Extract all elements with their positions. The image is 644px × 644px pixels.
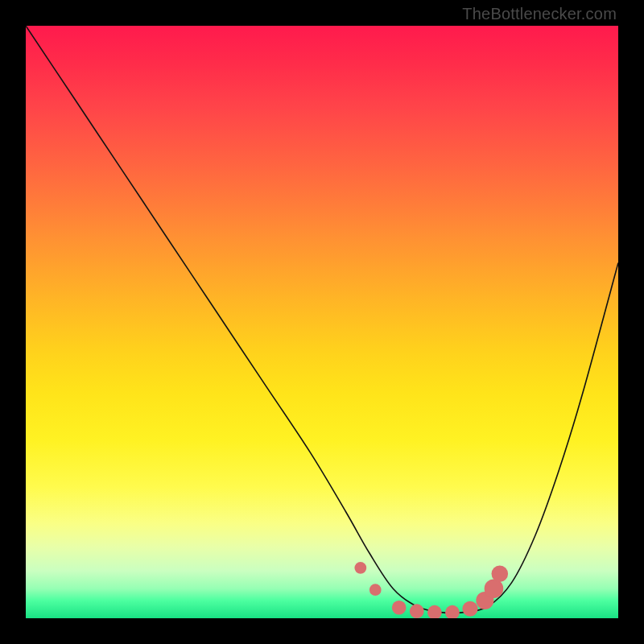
marker-dot: [392, 601, 407, 615]
marker-dot: [369, 584, 382, 596]
bottleneck-curve: [26, 26, 618, 613]
marker-dot: [462, 601, 477, 617]
attribution-label: TheBottlenecker.com: [462, 5, 617, 23]
marker-group: [354, 562, 508, 618]
marker-dot: [427, 605, 442, 618]
marker-dot: [410, 604, 424, 618]
marker-dot: [354, 562, 366, 574]
curve-layer: [26, 26, 618, 618]
chart-frame: TheBottlenecker.com: [0, 0, 644, 644]
plot-area: [26, 26, 618, 618]
marker-dot: [491, 565, 508, 582]
marker-dot: [445, 605, 460, 618]
